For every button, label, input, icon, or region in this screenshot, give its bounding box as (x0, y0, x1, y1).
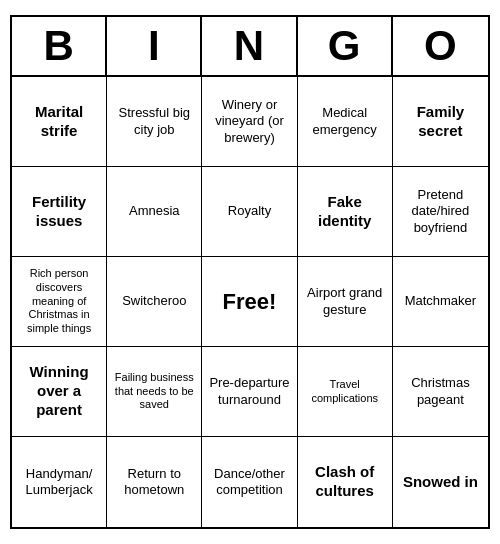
bingo-cell-0: Marital strife (12, 77, 107, 167)
bingo-cell-13: Airport grand gesture (298, 257, 393, 347)
bingo-cell-8: Fake identity (298, 167, 393, 257)
bingo-cell-1: Stressful big city job (107, 77, 202, 167)
bingo-cell-7: Royalty (202, 167, 297, 257)
bingo-letter-g: G (298, 17, 393, 75)
bingo-cell-4: Family secret (393, 77, 488, 167)
bingo-cell-6: Amnesia (107, 167, 202, 257)
bingo-letter-o: O (393, 17, 488, 75)
bingo-cell-3: Medical emergency (298, 77, 393, 167)
bingo-cell-21: Return to hometown (107, 437, 202, 527)
bingo-cell-16: Failing business that needs to be saved (107, 347, 202, 437)
bingo-card: BINGO Marital strifeStressful big city j… (10, 15, 490, 529)
bingo-letter-n: N (202, 17, 297, 75)
bingo-cell-19: Christmas pageant (393, 347, 488, 437)
bingo-cell-22: Dance/other competition (202, 437, 297, 527)
bingo-letter-i: I (107, 17, 202, 75)
bingo-grid: Marital strifeStressful big city jobWine… (12, 77, 488, 527)
bingo-cell-18: Travel complications (298, 347, 393, 437)
bingo-cell-5: Fertility issues (12, 167, 107, 257)
bingo-cell-2: Winery or vineyard (or brewery) (202, 77, 297, 167)
bingo-cell-12: Free! (202, 257, 297, 347)
bingo-cell-23: Clash of cultures (298, 437, 393, 527)
bingo-header: BINGO (12, 17, 488, 77)
bingo-cell-9: Pretend date/hired boyfriend (393, 167, 488, 257)
bingo-cell-14: Matchmaker (393, 257, 488, 347)
bingo-cell-15: Winning over a parent (12, 347, 107, 437)
bingo-letter-b: B (12, 17, 107, 75)
bingo-cell-11: Switcheroo (107, 257, 202, 347)
bingo-cell-24: Snowed in (393, 437, 488, 527)
bingo-cell-10: Rich person discovers meaning of Christm… (12, 257, 107, 347)
bingo-cell-20: Handyman/ Lumberjack (12, 437, 107, 527)
bingo-cell-17: Pre-departure turnaround (202, 347, 297, 437)
